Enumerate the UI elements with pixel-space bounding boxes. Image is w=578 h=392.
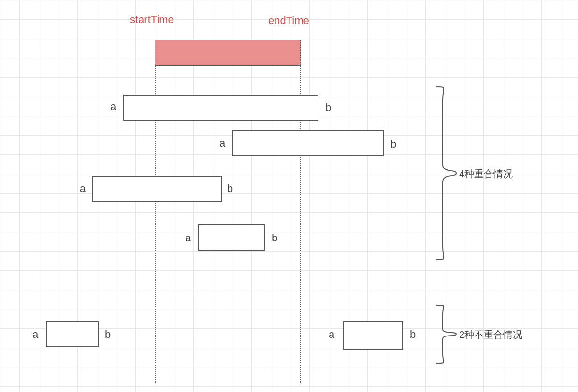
reference-interval-box (155, 40, 301, 66)
label-b: b (105, 328, 111, 341)
label-a: a (185, 232, 191, 244)
brace-overlap (434, 86, 458, 261)
label-b: b (272, 232, 277, 244)
label-a: a (80, 182, 86, 195)
label-a: a (219, 137, 225, 150)
interval-box (198, 224, 265, 251)
label-b: b (390, 138, 396, 151)
start-time-label: startTime (130, 14, 174, 26)
diagram-canvas: startTime endTime a b a b a b a b a b a … (0, 0, 578, 392)
label-b: b (410, 328, 416, 341)
interval-box (343, 321, 403, 350)
label-a: a (32, 328, 38, 341)
label-b: b (227, 182, 233, 195)
end-time-label: endTime (268, 14, 309, 27)
brace-nonoverlap (434, 304, 458, 364)
interval-box (123, 95, 318, 121)
interval-box (46, 321, 99, 347)
label-a: a (110, 100, 116, 113)
label-a: a (329, 328, 334, 341)
interval-box (232, 130, 384, 156)
label-b: b (325, 101, 331, 114)
nonoverlap-cases-label: 2种不重合情况 (459, 328, 522, 341)
overlap-cases-label: 4种重合情况 (459, 168, 513, 181)
interval-box (92, 176, 222, 202)
